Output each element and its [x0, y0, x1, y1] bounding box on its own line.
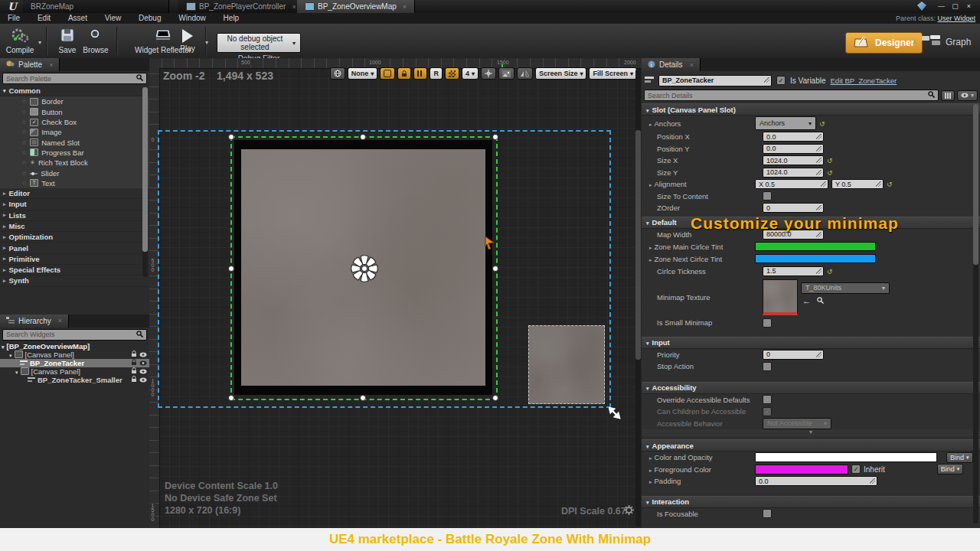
resize-handle[interactable] [228, 266, 234, 272]
menu-edit[interactable]: Edit [30, 13, 58, 24]
foreground-color-swatch[interactable] [755, 465, 848, 474]
dpi-settings-gear-icon[interactable] [624, 505, 634, 517]
menu-asset[interactable]: Asset [60, 13, 95, 24]
close-icon[interactable]: × [690, 61, 694, 69]
palette-scrollbar[interactable] [142, 87, 148, 277]
favorite-star-icon[interactable]: ☆ [21, 139, 27, 146]
details-search-input[interactable]: Search Details [644, 90, 939, 101]
palette-item-rich-text-block[interactable]: ☆✳Rich Text Block [0, 158, 149, 168]
expander-icon[interactable] [649, 180, 652, 188]
debug-object-dropdown[interactable]: No debug object selected ▾ [217, 33, 301, 53]
resize-handle[interactable] [228, 395, 234, 401]
reset-icon[interactable] [819, 119, 825, 128]
anchors-dropdown[interactable]: Anchors [755, 116, 816, 130]
eye-icon[interactable] [139, 367, 147, 376]
expander-icon[interactable] [2, 342, 5, 350]
close-icon[interactable]: × [403, 3, 407, 11]
palette-group-input[interactable]: Input [0, 199, 149, 210]
scrollbar-thumb[interactable] [973, 104, 978, 265]
padding-input[interactable]: 0.0 [755, 476, 877, 486]
widget-name-input[interactable]: BP_ZoneTacker [658, 75, 772, 86]
compile-dropdown-icon[interactable]: ▾ [38, 39, 41, 46]
view-options-button[interactable]: ▾ [957, 90, 978, 101]
screen-size-dropdown[interactable]: Screen Size [535, 67, 587, 80]
palette-item-button[interactable]: ☆Button [0, 107, 149, 117]
column-settings-button[interactable] [941, 90, 955, 101]
bp-zonetacker-smaller-widget[interactable] [528, 325, 605, 404]
favorite-star-icon[interactable]: ☆ [21, 159, 27, 166]
accessible-behavior-dropdown[interactable]: Not Accessible [763, 418, 831, 429]
hierarchy-tab[interactable]: Hierarchy × [0, 315, 69, 328]
flag-dropdown[interactable]: None [348, 67, 378, 80]
position-y-input[interactable]: 0.0 [763, 144, 824, 154]
graph-mode-button[interactable]: Graph [921, 34, 971, 49]
lock-icon[interactable] [131, 376, 137, 384]
favorite-star-icon[interactable]: ☆ [21, 109, 27, 116]
reset-icon[interactable] [827, 156, 833, 165]
use-selected-asset-icon[interactable]: ← [802, 298, 811, 304]
hierarchy-row-bp-zonetacker-smaller[interactable]: BP_ZoneTacker_Smaller [0, 376, 149, 384]
reset-icon[interactable] [827, 267, 833, 276]
palette-item-text[interactable]: ☆TText [0, 178, 149, 188]
scrollbar-thumb[interactable] [142, 87, 148, 252]
favorite-star-icon[interactable]: ☆ [21, 180, 27, 187]
palette-item-checkbox[interactable]: ☆✓Check Box [0, 117, 149, 127]
tab-bp-zoneoverviewmap[interactable]: BP_ZoneOverviewMap × [297, 0, 415, 13]
favorite-star-icon[interactable]: ☆ [21, 170, 27, 177]
reset-icon[interactable] [827, 168, 833, 177]
outline-toggle-button[interactable] [413, 67, 427, 80]
texture-asset-dropdown[interactable]: T_80KUnits [801, 282, 890, 294]
children-accessible-checkbox[interactable]: ✓ [763, 407, 772, 416]
section-input[interactable]: Input [642, 337, 980, 349]
flip-preview-button[interactable] [517, 67, 533, 80]
expander-icon[interactable] [649, 119, 652, 128]
palette-item-border[interactable]: ☆Border [0, 96, 149, 106]
resize-handle[interactable] [360, 134, 366, 140]
resize-handle[interactable] [492, 395, 498, 401]
expander-icon[interactable] [649, 453, 652, 461]
eye-icon[interactable] [139, 376, 147, 384]
palette-search-input[interactable]: Search Palette [2, 73, 147, 84]
titlebar-gem-icon[interactable] [917, 2, 926, 11]
fill-screen-dropdown[interactable]: Fill Screen [589, 67, 637, 80]
play-dropdown-icon[interactable]: ▾ [205, 39, 208, 46]
color-bind-button[interactable]: Bind [946, 452, 973, 463]
position-x-input[interactable]: 0.0 [763, 132, 824, 142]
override-accessible-checkbox[interactable] [763, 395, 772, 404]
menu-view[interactable]: View [97, 13, 129, 24]
resize-handle[interactable] [492, 134, 498, 140]
expander-icon[interactable] [649, 255, 652, 263]
expander-icon[interactable] [15, 367, 18, 376]
anchor-toggle-button[interactable] [380, 67, 395, 80]
palette-group-primitive[interactable]: Primitive [0, 254, 149, 265]
designer-mode-button[interactable]: Designer [845, 32, 923, 54]
section-slot[interactable]: Slot (Canvas Panel Slot) [642, 103, 980, 116]
localization-preview-button[interactable] [330, 67, 345, 80]
hierarchy-row-root[interactable]: [BP_ZoneOverviewMap] [0, 342, 149, 350]
compile-button[interactable]: ✓ Compile [3, 24, 37, 58]
menu-file[interactable]: File [0, 13, 28, 24]
eye-icon[interactable] [139, 350, 147, 359]
close-icon[interactable]: × [49, 61, 53, 69]
zone-main-tint-swatch[interactable] [755, 242, 876, 251]
lock-icon[interactable] [131, 367, 137, 376]
tab-bp-zoneplayercontroller[interactable]: BP_ZonePlayerController × [178, 0, 305, 13]
zorder-input[interactable]: 0 [763, 203, 824, 213]
section-appearance[interactable]: Appearance [642, 439, 980, 452]
section-accessibility[interactable]: Accessibility [642, 382, 980, 394]
eye-icon[interactable] [139, 359, 147, 367]
browse-to-asset-icon[interactable] [817, 297, 824, 305]
expander-icon[interactable] [649, 243, 652, 251]
is-focusable-checkbox[interactable] [763, 509, 772, 518]
preview-background-button[interactable] [498, 67, 514, 80]
menu-window[interactable]: Window [171, 13, 214, 24]
save-button[interactable]: Save [54, 24, 81, 58]
palette-group-synth[interactable]: Synth [0, 276, 149, 286]
favorite-star-icon[interactable]: ☆ [21, 98, 27, 105]
favorite-star-icon[interactable]: ☆ [21, 129, 27, 135]
reset-icon[interactable] [887, 180, 893, 188]
lock-icon[interactable] [131, 359, 137, 367]
maximize-button[interactable]: ▢ [949, 2, 961, 11]
resize-handle[interactable] [228, 134, 234, 140]
close-icon[interactable]: × [292, 3, 296, 11]
